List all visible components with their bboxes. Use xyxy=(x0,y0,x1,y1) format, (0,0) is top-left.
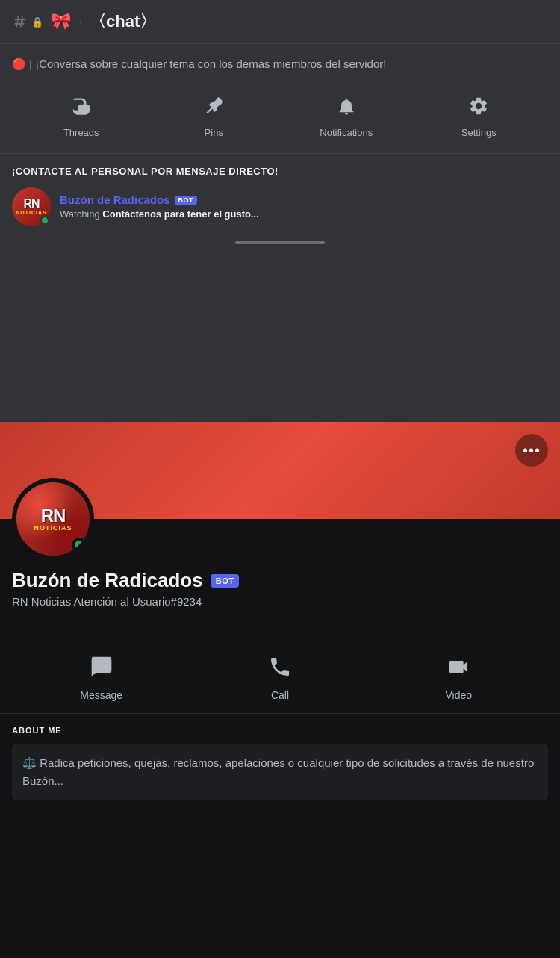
profile-bot-badge: BOT xyxy=(211,574,240,588)
pins-button[interactable]: Pins xyxy=(148,91,281,138)
profile-name: Buzón de Radicados xyxy=(12,569,203,592)
video-action[interactable]: Video xyxy=(370,650,548,701)
bot-online-indicator xyxy=(40,215,50,225)
bot-avatar-wrap: RN NOTICIAS xyxy=(12,187,51,226)
more-dots-icon: ••• xyxy=(523,442,541,459)
profile-divider xyxy=(0,632,560,632)
channel-name: 〈chat〉 xyxy=(90,10,156,33)
scroll-indicator xyxy=(0,235,560,253)
video-label: Video xyxy=(446,689,473,701)
bot-status: Watching Contáctenos para tener el gusto… xyxy=(60,208,548,220)
contact-title: ¡CONTACTE AL PERSONAL POR MENSAJE DIRECT… xyxy=(12,166,548,177)
threads-button[interactable]: Threads xyxy=(15,91,148,138)
bot-name: Buzón de Radicados xyxy=(60,193,170,206)
contact-section: ¡CONTACTE AL PERSONAL POR MENSAJE DIRECT… xyxy=(0,154,560,235)
bot-card[interactable]: RN NOTICIAS Buzón de Radicados BOT Watch… xyxy=(12,187,548,226)
settings-label: Settings xyxy=(461,127,497,138)
notifications-label: Notifications xyxy=(320,127,373,138)
profile-avatar: RN NOTICIAS xyxy=(12,478,94,560)
channel-header: 🔒 🎀 · 〈chat〉 xyxy=(0,0,560,44)
threads-icon xyxy=(66,91,96,121)
bot-info: Buzón de Radicados BOT Watching Contácte… xyxy=(60,193,548,220)
bot-status-main: Contáctenos para tener el gusto... xyxy=(102,208,259,220)
threads-label: Threads xyxy=(63,127,99,138)
call-icon xyxy=(264,650,296,683)
message-action[interactable]: Message xyxy=(12,650,190,701)
message-label: Message xyxy=(80,689,122,701)
channel-description: 🔴 | ¡Conversa sobre cualquier tema con l… xyxy=(0,44,560,79)
profile-avatar-section: RN NOTICIAS xyxy=(0,478,560,560)
more-options-button[interactable]: ••• xyxy=(515,434,548,467)
profile-online-indicator xyxy=(72,538,87,553)
channel-bow-icon: 🎀 xyxy=(51,12,71,31)
bot-badge: BOT xyxy=(175,196,198,205)
bot-status-prefix: Watching xyxy=(60,208,100,220)
channel-dot: · xyxy=(78,14,82,30)
about-section: ABOUT ME ⚖️ Radica peticiones, quejas, r… xyxy=(0,714,560,812)
profile-info: Buzón de Radicados BOT RN Noticias Atenc… xyxy=(0,569,560,620)
pins-icon xyxy=(199,91,228,121)
channel-toolbar: Threads Pins Notifications xyxy=(0,79,560,154)
message-icon xyxy=(85,650,118,683)
about-text: ⚖️ Radica peticiones, quejas, reclamos, … xyxy=(22,756,534,787)
call-action[interactable]: Call xyxy=(190,650,369,701)
about-content: ⚖️ Radica peticiones, quejas, reclamos, … xyxy=(12,744,548,800)
notifications-icon xyxy=(332,91,361,121)
call-label: Call xyxy=(271,689,289,701)
bot-name-row: Buzón de Radicados BOT xyxy=(60,193,548,206)
about-title: ABOUT ME xyxy=(12,726,548,735)
profile-name-row: Buzón de Radicados BOT xyxy=(12,569,548,592)
channel-section: 🔒 🎀 · 〈chat〉 🔴 | ¡Conversa sobre cualqui… xyxy=(0,0,560,253)
description-text: 🔴 | ¡Conversa sobre cualquier tema con l… xyxy=(12,57,386,70)
settings-button[interactable]: Settings xyxy=(413,91,546,138)
notifications-button[interactable]: Notifications xyxy=(280,91,413,138)
video-icon xyxy=(442,650,475,683)
pins-label: Pins xyxy=(205,127,223,138)
channel-hash-icon: 🔒 xyxy=(12,13,43,30)
scroll-bar xyxy=(235,241,325,244)
profile-modal: ••• RN NOTICIAS Buzón de Radicados BOT R… xyxy=(0,422,560,958)
settings-icon xyxy=(464,91,494,121)
profile-username: RN Noticias Atención al Usuario#9234 xyxy=(12,595,548,608)
profile-actions: Message Call Video xyxy=(0,644,560,714)
